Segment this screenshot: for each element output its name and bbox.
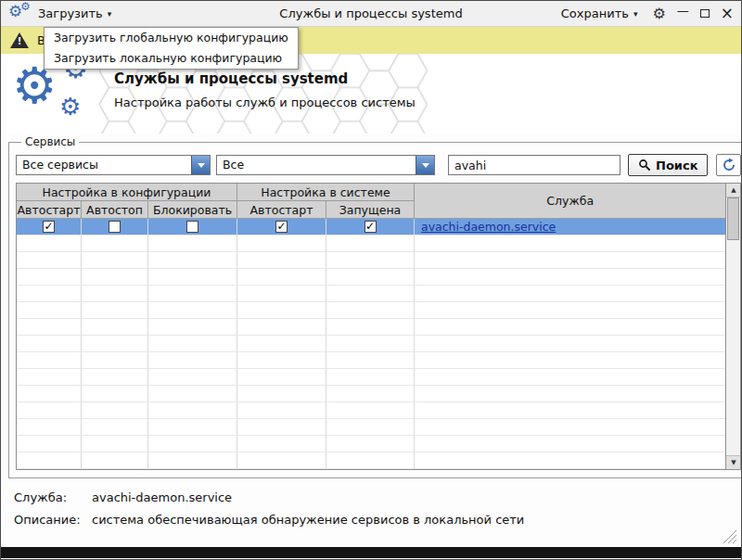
scrollbar-track[interactable] [726, 197, 740, 455]
table-row-empty [17, 369, 725, 386]
chevron-down-icon: ▾ [108, 9, 112, 19]
service-filter-value: Все сервисы [17, 156, 191, 174]
empty-cell [237, 419, 326, 436]
empty-cell [17, 436, 82, 452]
maximize-icon [700, 9, 710, 18]
service-link[interactable]: avachi-daemon.service [421, 220, 556, 234]
close-button[interactable]: × [721, 6, 734, 21]
empty-cell [17, 302, 82, 319]
refresh-icon [722, 158, 736, 172]
minimize-button[interactable]: — [677, 5, 689, 17]
menu-item-load-global-config[interactable]: Загрузить глобальную конфигурацию [45, 28, 298, 48]
checkbox-checked[interactable]: ✓ [237, 219, 326, 235]
table-row-empty [17, 436, 725, 452]
table-row-empty [17, 452, 725, 469]
empty-cell [148, 352, 237, 369]
empty-cell [326, 302, 415, 319]
table-header: Настройка в конфигурации Настройка в сис… [17, 184, 725, 219]
empty-cell [326, 269, 415, 286]
empty-cell [415, 436, 725, 452]
empty-cell [326, 386, 415, 402]
empty-cell [415, 319, 725, 336]
empty-cell [415, 286, 725, 302]
warning-icon: ! [10, 32, 29, 48]
state-filter-select[interactable]: Все [216, 155, 435, 175]
table-body: ✓✓✓avachi-daemon.service [17, 219, 725, 469]
empty-cell [415, 369, 725, 386]
description-label: Описание: [14, 513, 92, 527]
save-menu-button[interactable]: Сохранить ▾ [557, 4, 642, 23]
settings-gear-button[interactable]: ⚙ [652, 6, 665, 21]
header-text: Службы и процессы systemd Настройка рабо… [114, 70, 416, 109]
empty-cell [17, 252, 82, 269]
empty-cell [148, 336, 237, 352]
empty-cell [148, 269, 237, 286]
empty-cell [237, 252, 326, 269]
empty-cell [326, 252, 415, 269]
service-cell: avachi-daemon.service [415, 219, 725, 235]
table-row[interactable]: ✓✓✓avachi-daemon.service [17, 219, 725, 235]
load-menu-button[interactable]: Загрузить ▾ [34, 4, 115, 23]
checkbox-unchecked[interactable] [148, 219, 237, 235]
empty-cell [82, 452, 148, 469]
empty-cell [17, 319, 82, 336]
search-input[interactable] [448, 155, 620, 175]
empty-cell [237, 386, 326, 402]
table-grid: Настройка в конфигурации Настройка в сис… [17, 184, 725, 469]
empty-cell [326, 419, 415, 436]
state-filter-value: Все [217, 156, 416, 174]
empty-cell [237, 302, 326, 319]
empty-cell [326, 286, 415, 302]
empty-cell [82, 252, 148, 269]
table-row-empty [17, 269, 725, 286]
empty-cell [148, 402, 237, 419]
empty-cell [17, 452, 82, 469]
empty-cell [82, 436, 148, 452]
titlebar: ⚙ ⚙ Загрузить ▾ Службы и процессы system… [1, 1, 741, 27]
table-scrollbar[interactable]: ▲ ▼ [725, 184, 740, 469]
scrollbar-thumb[interactable] [727, 197, 739, 240]
empty-cell [148, 302, 237, 319]
empty-cell [17, 352, 82, 369]
app-icon: ⚙ ⚙ [8, 3, 34, 25]
empty-cell [237, 336, 326, 352]
empty-cell [148, 319, 237, 336]
empty-cell [237, 235, 326, 252]
empty-cell [415, 402, 725, 419]
scroll-down-button[interactable]: ▼ [726, 455, 740, 469]
empty-cell [82, 352, 148, 369]
column-header-autostart-system: Автостарт [237, 201, 326, 219]
checkbox-unchecked[interactable] [82, 219, 148, 235]
empty-cell [237, 269, 326, 286]
detail-service-row: Служба: avachi-daemon.service [14, 490, 728, 504]
empty-cell [17, 269, 82, 286]
empty-cell [326, 452, 415, 469]
service-filter-select[interactable]: Все сервисы [16, 155, 211, 175]
resize-grip[interactable] [721, 528, 737, 544]
menu-item-load-local-config[interactable]: Загрузить локальную конфигурацию [45, 48, 298, 69]
empty-cell [415, 252, 725, 269]
checkbox-checked[interactable]: ✓ [17, 219, 82, 235]
empty-cell [148, 369, 237, 386]
services-groupbox: Сервисы Все сервисы Все Поиск [8, 135, 742, 478]
search-button[interactable]: Поиск [628, 154, 708, 176]
empty-cell [17, 402, 82, 419]
empty-cell [237, 369, 326, 386]
column-header-autostop: Автостоп [82, 201, 148, 219]
empty-cell [326, 369, 415, 386]
page-title: Службы и процессы systemd [114, 70, 416, 87]
scroll-up-button[interactable]: ▲ [726, 184, 740, 197]
empty-cell [237, 402, 326, 419]
empty-cell [326, 319, 415, 336]
empty-cell [148, 436, 237, 452]
maximize-button[interactable] [700, 9, 710, 18]
checkbox-checked[interactable]: ✓ [326, 219, 415, 235]
empty-cell [148, 419, 237, 436]
empty-cell [82, 269, 148, 286]
load-dropdown-menu: Загрузить глобальную конфигурацию Загруз… [44, 27, 299, 70]
empty-cell [415, 336, 725, 352]
chevron-down-icon [191, 156, 210, 174]
empty-cell [17, 336, 82, 352]
empty-cell [237, 286, 326, 302]
refresh-button[interactable] [716, 154, 741, 176]
